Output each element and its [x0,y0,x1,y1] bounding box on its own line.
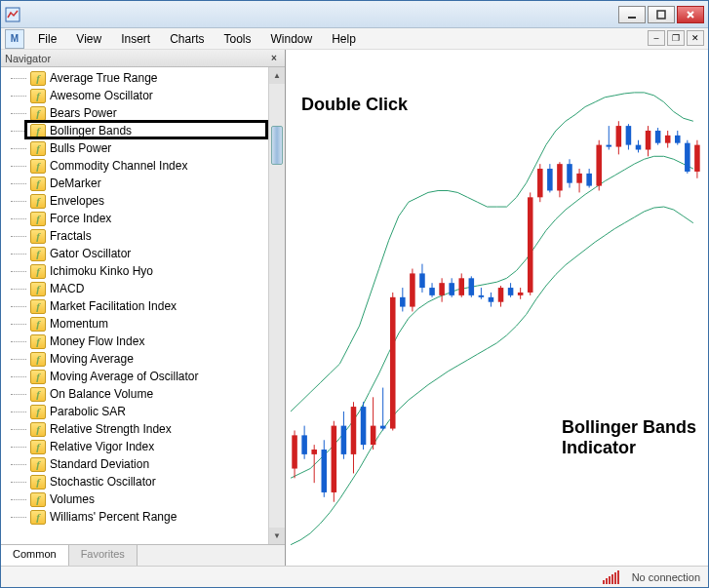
indicator-item[interactable]: fAwesome Oscillator [1,87,268,104]
indicator-label: Fractals [50,229,92,243]
menu-tools[interactable]: Tools [215,30,261,48]
svg-rect-28 [410,273,415,306]
indicator-item[interactable]: fRelative Vigor Index [1,438,268,455]
svg-rect-2 [657,11,665,19]
svg-rect-86 [694,145,700,172]
svg-rect-74 [636,145,642,150]
navigator-tabs: Common Favorites [1,544,285,566]
indicator-item[interactable]: fEnvelopes [1,192,268,210]
indicator-item[interactable]: fBollinger Bands [1,122,268,139]
indicator-item[interactable]: fMoving Average of Oscillator [1,368,268,385]
connection-icon [603,570,622,584]
indicator-item[interactable]: fMoney Flow Index [1,333,268,350]
indicator-item[interactable]: fFractals [1,227,268,245]
indicator-item[interactable]: fMoving Average [1,350,268,368]
indicator-item[interactable]: fDeMarker [1,175,268,192]
indicator-label: Ichimoku Kinko Hyo [50,264,153,278]
minimize-button[interactable] [618,6,646,23]
indicator-icon: f [30,106,46,121]
indicator-item[interactable]: fBulls Power [1,139,268,157]
scrollbar[interactable]: ▲ ▼ [268,67,285,544]
menu-charts[interactable]: Charts [160,30,214,48]
indicator-icon: f [30,299,46,314]
indicator-label: Gator Oscillator [50,247,131,260]
scroll-down-icon[interactable]: ▼ [269,528,285,544]
tab-favorites[interactable]: Favorites [69,545,138,566]
indicator-item[interactable]: fParabolic SAR [1,403,268,420]
svg-rect-20 [371,426,376,446]
mdi-restore-button[interactable]: ❐ [667,30,685,46]
svg-rect-6 [301,435,307,454]
indicator-item[interactable]: fStandard Deviation [1,455,268,473]
svg-rect-16 [351,407,357,454]
close-button[interactable] [677,6,704,23]
svg-rect-72 [626,126,632,145]
indicator-label: Moving Average [50,352,134,366]
navigator-title: Navigator [5,53,51,64]
indicator-item[interactable]: fCommodity Channel Index [1,157,268,175]
indicator-item[interactable]: fVolumes [1,490,268,508]
indicator-label: Market Facilitation Index [50,299,177,313]
mdi-minimize-button[interactable]: – [648,30,665,46]
indicator-label: Bears Power [50,106,117,120]
app-window: M File View Insert Charts Tools Window H… [0,0,709,588]
chart-area[interactable]: Double Click Bollinger Bands Indicator [286,50,708,566]
svg-rect-56 [547,169,553,190]
menu-file[interactable]: File [28,30,66,48]
annotation-double-click: Double Click [301,95,408,115]
svg-rect-54 [537,169,543,197]
indicator-label: Stochastic Oscillator [50,475,156,489]
maximize-button[interactable] [648,6,675,23]
indicator-item[interactable]: fMarket Facilitation Index [1,297,268,315]
menu-insert[interactable]: Insert [111,30,160,48]
svg-rect-8 [311,450,317,454]
navigator-close-button[interactable]: × [267,52,281,65]
indicator-icon: f [30,317,46,332]
svg-rect-48 [508,288,514,295]
menu-view[interactable]: View [66,30,111,48]
svg-rect-38 [458,278,464,295]
menu-help[interactable]: Help [322,30,366,48]
svg-rect-4 [292,435,297,468]
indicator-label: Bulls Power [50,141,111,155]
svg-rect-68 [607,145,612,147]
indicator-label: Commodity Channel Index [50,159,187,173]
svg-rect-24 [390,297,396,429]
connection-status: No connection [632,571,700,583]
svg-rect-32 [429,288,435,295]
indicator-label: Awesome Oscillator [50,89,153,102]
svg-rect-60 [567,164,572,183]
indicator-item[interactable]: fBears Power [1,104,268,122]
indicator-item[interactable]: fForce Index [1,210,268,227]
indicator-item[interactable]: fMomentum [1,315,268,333]
mdi-close-button[interactable]: ✕ [687,30,704,46]
svg-rect-52 [528,197,533,293]
indicator-item[interactable]: fAverage True Range [1,69,268,87]
indicator-icon: f [30,510,46,525]
menu-window[interactable]: Window [261,30,323,48]
svg-rect-42 [479,295,485,297]
indicator-item[interactable]: fMACD [1,280,268,297]
svg-rect-40 [469,278,475,295]
svg-rect-36 [449,283,454,295]
svg-rect-50 [518,293,524,295]
svg-rect-10 [322,450,328,492]
scroll-up-icon[interactable]: ▲ [269,67,285,84]
indicator-tree[interactable]: fAverage True RangefAwesome OscillatorfB… [1,67,268,544]
indicator-icon: f [30,71,46,86]
svg-rect-82 [675,136,681,143]
tab-common[interactable]: Common [1,545,69,566]
indicator-item[interactable]: fIchimoku Kinko Hyo [1,262,268,280]
scroll-thumb[interactable] [271,126,283,165]
indicator-label: Williams' Percent Range [50,510,177,524]
indicator-item[interactable]: fOn Balance Volume [1,385,268,403]
indicator-icon: f [30,492,46,507]
indicator-item[interactable]: fRelative Strength Index [1,420,268,438]
mdi-app-icon[interactable]: M [5,29,24,49]
annotation-indicator-line2: Indicator [562,438,696,458]
indicator-item[interactable]: fGator Oscillator [1,245,268,262]
indicator-item[interactable]: fStochastic Oscillator [1,473,268,490]
indicator-item[interactable]: fWilliams' Percent Range [1,508,268,526]
svg-rect-66 [596,145,602,186]
svg-rect-80 [665,136,671,143]
